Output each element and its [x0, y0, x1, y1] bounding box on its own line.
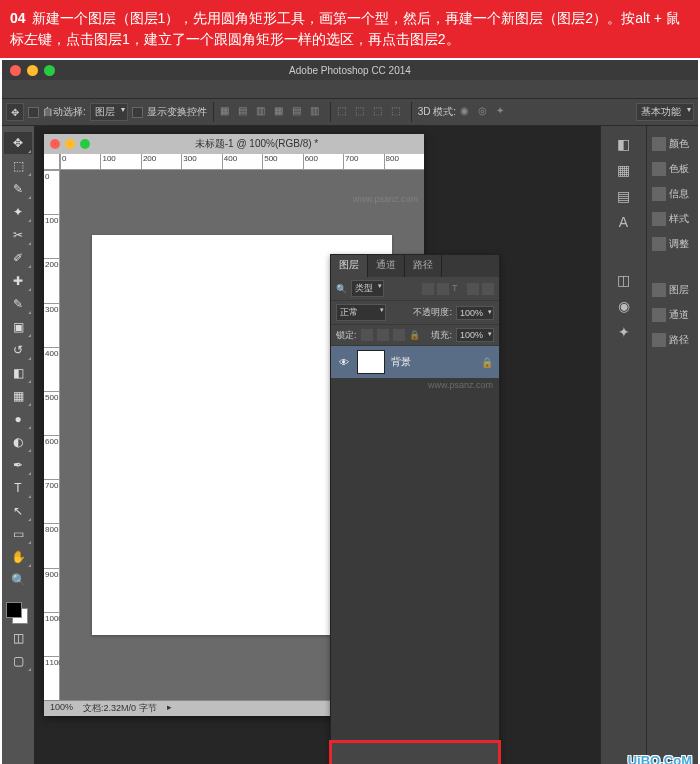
- lock-position-icon[interactable]: [393, 329, 405, 341]
- distribute-icon[interactable]: ⬚: [337, 105, 351, 119]
- wand-tool[interactable]: ✦: [4, 201, 32, 223]
- blend-mode-dropdown[interactable]: 正常: [336, 304, 386, 321]
- ruler-horizontal[interactable]: 0100200300400500600700800: [60, 154, 424, 170]
- stamp-tool[interactable]: ▣: [4, 316, 32, 338]
- panel-color[interactable]: 颜色: [649, 132, 696, 156]
- swatches-icon: [652, 162, 666, 176]
- foreground-color[interactable]: [6, 602, 22, 618]
- screenmode-tool[interactable]: ▢: [4, 650, 32, 672]
- doc-minimize-button[interactable]: [65, 139, 75, 149]
- eyedropper-tool[interactable]: ✐: [4, 247, 32, 269]
- distribute-icon[interactable]: ⬚: [355, 105, 369, 119]
- ruler-vertical[interactable]: 010020030040050060070080090010001100: [44, 170, 60, 700]
- align-icon[interactable]: ▦: [274, 105, 288, 119]
- maximize-button[interactable]: [44, 65, 55, 76]
- pen-tool[interactable]: ✒: [4, 454, 32, 476]
- 3d-icon[interactable]: ◉: [460, 105, 474, 119]
- opacity-value[interactable]: 100%: [456, 306, 494, 320]
- filter-shape-icon[interactable]: [467, 283, 479, 295]
- lock-icon: 🔒: [481, 357, 493, 368]
- panel-swatches[interactable]: 色板: [649, 157, 696, 181]
- lasso-tool[interactable]: ✎: [4, 178, 32, 200]
- layer-name[interactable]: 背景: [391, 355, 411, 369]
- panel-styles[interactable]: 样式: [649, 207, 696, 231]
- 3d-icon[interactable]: ◎: [478, 105, 492, 119]
- adjust-icon: [652, 237, 666, 251]
- shape-tool[interactable]: ▭: [4, 523, 32, 545]
- fill-value[interactable]: 100%: [456, 328, 494, 342]
- doc-maximize-button[interactable]: [80, 139, 90, 149]
- align-icon[interactable]: ▥: [310, 105, 324, 119]
- minimize-button[interactable]: [27, 65, 38, 76]
- history-brush-tool[interactable]: ↺: [4, 339, 32, 361]
- crop-tool[interactable]: ✂: [4, 224, 32, 246]
- align-icon[interactable]: ▤: [238, 105, 252, 119]
- align-icon[interactable]: ▤: [292, 105, 306, 119]
- tab-layers[interactable]: 图层: [331, 255, 368, 277]
- options-bar: ✥ 自动选择: 图层 显示变换控件 ▦ ▤ ▥ ▦ ▤ ▥ ⬚ ⬚ ⬚ ⬚ 3D…: [2, 98, 698, 126]
- dock-color-icon[interactable]: ◧: [603, 132, 644, 156]
- type-tool[interactable]: T: [4, 477, 32, 499]
- visibility-icon[interactable]: 👁: [337, 355, 351, 369]
- filter-type-icon[interactable]: T: [452, 283, 464, 295]
- document-title: 未标题-1 @ 100%(RGB/8) *: [95, 137, 418, 151]
- align-icon[interactable]: ▥: [256, 105, 270, 119]
- distribute-icon[interactable]: ⬚: [373, 105, 387, 119]
- dock-history-icon[interactable]: ▤: [603, 184, 644, 208]
- move-tool-icon[interactable]: ✥: [6, 103, 24, 121]
- layer-item-background[interactable]: 👁 背景 🔒: [331, 346, 499, 378]
- quickmask-tool[interactable]: ◫: [4, 627, 32, 649]
- instruction-banner: 04新建一个图层（图层1），先用圆角矩形工具，画第一个型，然后，再建一个新图层（…: [0, 0, 700, 58]
- dock-channels-icon[interactable]: ◉: [603, 294, 644, 318]
- layer-thumbnail[interactable]: [357, 350, 385, 374]
- dock-swatches-icon[interactable]: ▦: [603, 158, 644, 182]
- panel-channels[interactable]: 通道: [649, 303, 696, 327]
- layer-filter-row: 🔍 类型 T: [331, 277, 499, 301]
- panel-adjustments[interactable]: 调整: [649, 232, 696, 256]
- filter-adjust-icon[interactable]: [437, 283, 449, 295]
- panel-paths[interactable]: 路径: [649, 328, 696, 352]
- document-header[interactable]: 未标题-1 @ 100%(RGB/8) *: [44, 134, 424, 154]
- align-icon[interactable]: ▦: [220, 105, 234, 119]
- workspace-dropdown[interactable]: 基本功能: [636, 103, 694, 121]
- auto-select-dropdown[interactable]: 图层: [90, 103, 128, 121]
- blur-tool[interactable]: ●: [4, 408, 32, 430]
- dock-type-icon[interactable]: A: [603, 210, 644, 234]
- brush-tool[interactable]: ✎: [4, 293, 32, 315]
- layers-panel-footer[interactable]: [331, 742, 499, 764]
- zoom-tool[interactable]: 🔍: [4, 569, 32, 591]
- dock-layers-icon[interactable]: ◫: [603, 268, 644, 292]
- panel-info[interactable]: 信息: [649, 182, 696, 206]
- lock-pixels-icon[interactable]: [377, 329, 389, 341]
- lock-transparency-icon[interactable]: [361, 329, 373, 341]
- doc-close-button[interactable]: [50, 139, 60, 149]
- eraser-tool[interactable]: ◧: [4, 362, 32, 384]
- ruler-corner: [44, 154, 60, 170]
- filter-image-icon[interactable]: [422, 283, 434, 295]
- show-transform-checkbox[interactable]: [132, 107, 143, 118]
- zoom-level[interactable]: 100%: [50, 702, 73, 715]
- move-tool[interactable]: ✥: [4, 132, 32, 154]
- hand-tool[interactable]: ✋: [4, 546, 32, 568]
- tab-channels[interactable]: 通道: [368, 255, 405, 277]
- panel-layers[interactable]: 图层: [649, 278, 696, 302]
- path-tool[interactable]: ↖: [4, 500, 32, 522]
- healing-tool[interactable]: ✚: [4, 270, 32, 292]
- menubar[interactable]: [2, 80, 698, 98]
- distribute-icon[interactable]: ⬚: [391, 105, 405, 119]
- close-button[interactable]: [10, 65, 21, 76]
- kind-filter-dropdown[interactable]: 类型: [351, 280, 384, 297]
- dodge-tool[interactable]: ◐: [4, 431, 32, 453]
- filter-smart-icon[interactable]: [482, 283, 494, 295]
- instruction-text: 新建一个图层（图层1），先用圆角矩形工具，画第一个型，然后，再建一个新图层（图层…: [10, 10, 680, 47]
- lock-all-icon[interactable]: 🔒: [409, 330, 420, 340]
- gradient-tool[interactable]: ▦: [4, 385, 32, 407]
- color-swatch[interactable]: [4, 600, 30, 626]
- dock-paths-icon[interactable]: ✦: [603, 320, 644, 344]
- paths-icon: [652, 333, 666, 347]
- auto-select-checkbox[interactable]: [28, 107, 39, 118]
- file-info[interactable]: 文档:2.32M/0 字节: [83, 702, 157, 715]
- 3d-icon[interactable]: ✦: [496, 105, 510, 119]
- marquee-tool[interactable]: ⬚: [4, 155, 32, 177]
- tab-paths[interactable]: 路径: [405, 255, 442, 277]
